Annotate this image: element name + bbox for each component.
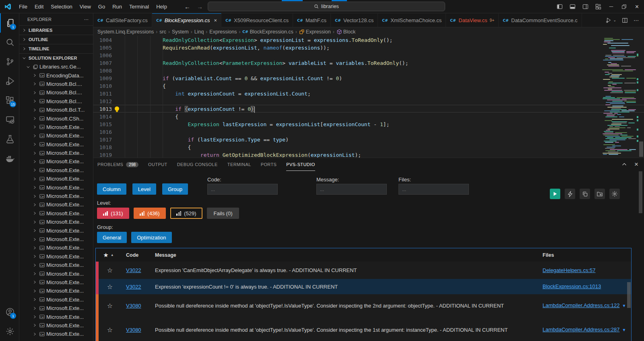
tree-item[interactable]: C#Microsoft.Exte... bbox=[19, 287, 93, 295]
activity-item-source-control[interactable] bbox=[0, 52, 19, 71]
message-column-header[interactable]: Message bbox=[150, 252, 541, 258]
panel-tab-terminal[interactable]: TERMINAL bbox=[227, 158, 251, 171]
minimap[interactable] bbox=[601, 37, 638, 157]
editor-tab-datacommoneventsource-c[interactable]: C#DataCommonEventSource.c bbox=[499, 13, 582, 27]
lightbulb-icon[interactable] bbox=[112, 105, 122, 112]
activity-item-run-and-debug[interactable] bbox=[0, 71, 19, 91]
split-editor-icon[interactable] bbox=[622, 17, 628, 23]
editor-scrollbar[interactable] bbox=[638, 36, 644, 158]
nav-forward-icon[interactable]: → bbox=[197, 3, 203, 10]
table-row[interactable]: ☆V3080Possible null dereference inside m… bbox=[96, 294, 631, 317]
tree-item[interactable]: C#Microsoft.Bcl.... bbox=[19, 88, 93, 97]
section-libraries[interactable]: LIBRARIES bbox=[19, 25, 93, 35]
diagnostic-code-link[interactable]: V3080 bbox=[126, 303, 141, 309]
sidebar-more-actions-icon[interactable]: ⋯ bbox=[84, 17, 89, 22]
menu-go[interactable]: Go bbox=[95, 2, 109, 11]
breadcrumb-item[interactable]: Expression bbox=[299, 29, 331, 35]
restore-button[interactable] bbox=[621, 4, 627, 10]
toggle-primary-sidebar-icon[interactable] bbox=[557, 4, 563, 10]
editor-tab-dataview-cs[interactable]: C#DataView.cs9+ bbox=[446, 13, 499, 27]
tree-item[interactable]: C#EncodingData... bbox=[19, 71, 93, 79]
breadcrumb-item[interactable]: C#BlockExpression.cs bbox=[242, 29, 293, 35]
favorite-sort-header[interactable]: ★ ▲ bbox=[96, 252, 121, 259]
menu-help[interactable]: Help bbox=[153, 2, 171, 11]
breadcrumb-item[interactable]: System bbox=[172, 29, 189, 35]
tree-item[interactable]: C#Microsoft.Exte... bbox=[19, 200, 93, 209]
copy-button[interactable] bbox=[580, 189, 590, 199]
panel-tab-ports[interactable]: PORTS bbox=[261, 158, 277, 171]
nav-back-icon[interactable]: ← bbox=[184, 3, 190, 10]
expand-locations-icon[interactable]: ▼ bbox=[622, 328, 626, 332]
file-location-link[interactable]: BlockExpression.cs:1013 bbox=[543, 283, 601, 289]
activity-item-testing[interactable] bbox=[0, 129, 19, 149]
tree-item[interactable]: C#Microsoft.Exte... bbox=[19, 123, 93, 131]
tree-item[interactable]: C#Microsoft.CSh... bbox=[19, 114, 93, 123]
tree-item[interactable]: C#Microsoft.Exte... bbox=[19, 183, 93, 191]
table-row[interactable]: ☆V3022Expression 'expressionCount != 0' … bbox=[96, 279, 631, 294]
editor-tab-blockexpression-cs[interactable]: C#BlockExpression.cs× bbox=[152, 13, 221, 27]
level-filter-fails[interactable]: Fails (0) bbox=[207, 208, 239, 219]
group-button[interactable]: Group bbox=[162, 183, 188, 195]
menu-run[interactable]: Run bbox=[109, 2, 126, 11]
close-panel-icon[interactable]: × bbox=[634, 160, 638, 168]
diagnostic-code-link[interactable]: V3080 bbox=[126, 327, 141, 333]
favorite-star-icon[interactable]: ☆ bbox=[99, 262, 121, 279]
customize-layout-icon[interactable] bbox=[595, 4, 601, 10]
column-button[interactable]: Column bbox=[97, 183, 126, 195]
breadcrumb-item[interactable]: Expressions bbox=[209, 29, 237, 35]
level-filter-low[interactable]: (529) bbox=[170, 208, 202, 219]
table-scrollbar[interactable] bbox=[627, 282, 631, 308]
favorite-star-icon[interactable]: ☆ bbox=[99, 317, 121, 341]
tree-item[interactable]: C#Microsoft.Bcl.... bbox=[19, 97, 93, 106]
level-button[interactable]: Level bbox=[132, 183, 156, 195]
close-window-button[interactable]: × bbox=[634, 4, 640, 10]
tree-item[interactable]: C#Microsoft.Exte... bbox=[19, 166, 93, 175]
expand-locations-icon[interactable]: ▼ bbox=[622, 304, 626, 308]
breadcrumb-item[interactable]: System.Linq.Expressions bbox=[97, 29, 154, 35]
tree-item[interactable]: C#Microsoft.Bcl.... bbox=[19, 80, 93, 88]
panel-tab-problems[interactable]: PROBLEMS298 bbox=[97, 158, 138, 171]
run-or-debug-icon[interactable]: ⌄ bbox=[606, 17, 616, 23]
tree-item[interactable]: C#Microsoft.Exte... bbox=[19, 131, 93, 140]
table-row[interactable]: ☆V3022Expression 'CanEmitObjectArrayDele… bbox=[96, 262, 631, 279]
tree-item[interactable]: C#Microsoft.Exte... bbox=[19, 304, 93, 312]
tree-item[interactable]: C#Microsoft.Exte... bbox=[19, 321, 93, 330]
maximize-panel-icon[interactable] bbox=[621, 162, 627, 167]
tree-item[interactable]: C#Microsoft.Exte... bbox=[19, 295, 93, 304]
tree-item[interactable]: C#Microsoft.Bcl.T... bbox=[19, 106, 93, 114]
tree-item[interactable]: C#Microsoft.Exte... bbox=[19, 218, 93, 226]
diagnostic-code-link[interactable]: V3022 bbox=[126, 284, 141, 290]
tree-item[interactable]: C#Microsoft.Exte... bbox=[19, 278, 93, 287]
file-location-link[interactable]: DelegateHelpers.cs:57 bbox=[543, 267, 596, 273]
tree-item[interactable]: C#Microsoft.Exte... bbox=[19, 261, 93, 269]
breadcrumb-item[interactable]: Block bbox=[336, 29, 356, 35]
activity-item-docker[interactable] bbox=[0, 149, 19, 168]
breadcrumb-item[interactable]: src bbox=[159, 29, 166, 35]
tree-item[interactable]: C#Microsoft.Exte... bbox=[19, 192, 93, 200]
tree-item[interactable]: C#Microsoft.Exte... bbox=[19, 226, 93, 235]
editor-tab-x509resourceclient-cs[interactable]: C#X509ResourceClient.cs bbox=[221, 13, 293, 27]
section-solution-explorer[interactable]: SOLUTION EXPLORER bbox=[19, 53, 93, 62]
activity-item-settings[interactable] bbox=[0, 322, 19, 341]
activity-item-search[interactable] bbox=[0, 33, 19, 52]
activity-item-accounts[interactable]: 1 bbox=[0, 302, 19, 322]
code-filter-input[interactable] bbox=[207, 184, 278, 195]
toggle-secondary-sidebar-icon[interactable] bbox=[582, 4, 588, 10]
activity-item-explorer[interactable]: 1 bbox=[0, 13, 19, 33]
editor-tab-xmlschemachoice-cs[interactable]: C#XmlSchemaChoice.cs bbox=[378, 13, 446, 27]
breadcrumb-item[interactable]: Linq bbox=[194, 29, 204, 35]
files-filter-input[interactable] bbox=[398, 184, 469, 195]
open-report-button[interactable] bbox=[594, 189, 605, 199]
code-editor[interactable]: 1004 ReadOnlyCollection<Expression> expr… bbox=[93, 36, 644, 158]
menu-selection[interactable]: Selection bbox=[47, 2, 76, 11]
favorite-star-icon[interactable]: ☆ bbox=[99, 294, 121, 317]
group-filter-general[interactable]: General bbox=[97, 232, 127, 243]
tree-item[interactable]: C#Microsoft.Exte... bbox=[19, 175, 93, 183]
activity-item-remote-explorer[interactable] bbox=[0, 110, 19, 129]
group-filter-optimization[interactable]: Optimization bbox=[131, 232, 171, 243]
section-outline[interactable]: OUTLINE bbox=[19, 35, 93, 44]
files-column-header[interactable]: Files bbox=[541, 252, 631, 258]
more-actions-icon[interactable]: ⋯ bbox=[634, 17, 639, 23]
level-filter-high[interactable]: (131) bbox=[97, 208, 129, 219]
tree-item[interactable]: Libraries.src.Ge... bbox=[19, 62, 93, 71]
